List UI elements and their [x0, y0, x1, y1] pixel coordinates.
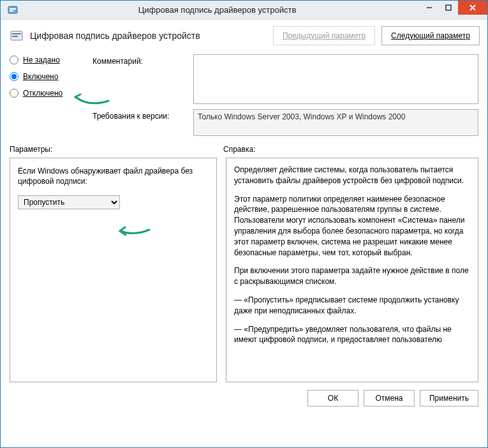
svg-rect-2	[10, 10, 13, 11]
window-maximize-button[interactable]	[439, 1, 458, 15]
svg-rect-9	[12, 36, 18, 37]
radio-enabled[interactable]: Включено	[10, 72, 86, 81]
help-scroll[interactable]: Определяет действие системы, когда польз…	[226, 158, 478, 382]
radio-enabled-label: Включено	[23, 72, 58, 81]
cancel-button[interactable]: Отмена	[364, 390, 415, 407]
comment-label: Комментарий:	[92, 54, 188, 66]
version-req-box: Только Windows Server 2003, Windows XP и…	[193, 109, 478, 136]
radio-disabled-label: Отключено	[23, 89, 63, 98]
next-setting-button[interactable]: Следующий параметр	[381, 26, 480, 45]
svg-rect-8	[12, 33, 21, 34]
help-paragraph: — «Пропустить» предписывает системе прод…	[234, 295, 470, 317]
option-label: Если Windows обнаруживает файл драйвера …	[18, 166, 209, 186]
svg-rect-4	[446, 5, 451, 10]
help-panel: Определяет действие системы, когда польз…	[226, 158, 478, 382]
dialog-header: Цифровая подпись драйверов устройств Пре…	[1, 20, 487, 52]
policy-config-area: Не задано Включено Отключено Комментарий…	[1, 52, 487, 136]
window-title: Цифровая подпись драйверов устройств	[24, 5, 411, 15]
app-icon	[7, 4, 18, 16]
parameters-panel: Если Windows обнаруживает файл драйвера …	[10, 158, 217, 382]
state-radio-group: Не задано Включено Отключено	[10, 54, 86, 136]
window-close-button[interactable]	[458, 1, 487, 15]
radio-not-configured[interactable]: Не задано	[10, 56, 86, 64]
help-paragraph: — «Предупредить» уведомляет пользователя…	[234, 324, 470, 346]
radio-disabled[interactable]: Отключено	[10, 89, 86, 98]
svg-rect-1	[10, 8, 16, 10]
radio-not-configured-label: Не задано	[23, 56, 60, 64]
help-label: Справка:	[223, 145, 478, 154]
section-labels-row: Параметры: Справка:	[1, 136, 487, 158]
policy-title: Цифровая подпись драйверов устройств	[30, 31, 267, 41]
help-paragraph: При включении этого параметра задайте ну…	[234, 265, 470, 287]
apply-button[interactable]: Применить	[420, 390, 478, 407]
comment-textarea[interactable]	[193, 54, 478, 104]
policy-icon	[10, 29, 24, 43]
parameters-label: Параметры:	[10, 145, 223, 154]
window-titlebar: Цифровая подпись драйверов устройств	[1, 1, 487, 20]
radio-disabled-input[interactable]	[10, 89, 18, 98]
help-paragraph: Определяет действие системы, когда польз…	[234, 165, 470, 186]
action-dropdown[interactable]: Пропустить Предупредить Заблокировать	[18, 195, 120, 209]
radio-enabled-input[interactable]	[10, 72, 18, 81]
version-req-label: Требования к версии:	[92, 109, 188, 121]
dialog-footer: ОК Отмена Применить	[1, 382, 487, 407]
radio-not-configured-input[interactable]	[10, 56, 18, 64]
previous-setting-button[interactable]: Предыдущий параметр	[273, 26, 375, 45]
help-paragraph: Этот параметр политики определяет наимен…	[234, 194, 470, 258]
svg-rect-0	[8, 6, 17, 13]
lower-panels: Если Windows обнаруживает файл драйвера …	[1, 158, 487, 382]
window-minimize-button[interactable]	[420, 1, 439, 15]
ok-button[interactable]: ОК	[307, 390, 359, 407]
